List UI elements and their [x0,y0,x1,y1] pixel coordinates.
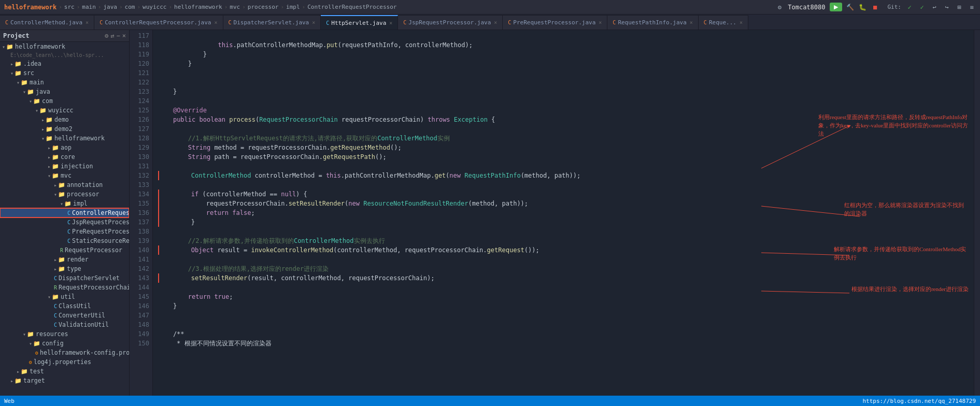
tree-item-dispatcher-servlet[interactable]: C DispatcherServlet [0,273,129,283]
sidebar-sync-icon[interactable]: ⇄ [110,32,114,39]
tab-close-5[interactable]: × [494,20,497,25]
code-line [158,180,969,190]
tree-arrow-render: ▸ [54,257,57,263]
tree-item-static-resource[interactable]: C StaticResourceRequestProcessor [0,236,129,245]
file-icon-jrp: C [67,220,70,225]
tree-item-classutil[interactable]: C ClassUtil [0,301,129,311]
tab-pre-request-processor[interactable]: C PreRequestProcessor.java × [503,15,607,30]
tab-request-path-info[interactable]: C RequestPathInfo.java × [607,15,699,30]
bc-com: com [125,4,135,10]
code-line: //3.根据处理的结果,选择对应的render进行渲染 [158,264,969,273]
tree-item-validationutil[interactable]: C ValidationUtil [0,320,129,329]
folder-icon-util: 📁 [52,294,59,300]
project-sidebar: Project ⚙ ⇄ − × ▾ 📁 helloframework E:\co… [0,30,130,396]
code-line: String method = requestProcessorChain.ge… [158,143,969,152]
tab-controller-request-processor[interactable]: C ControllerRequestProcessor.java × [94,15,223,30]
tab-controller-method[interactable]: C ControllerMethod.java × [0,15,94,30]
tree-item-java[interactable]: ▾ 📁 java [0,87,129,96]
redo-icon[interactable]: ↪ [943,3,951,11]
folder-icon-mvc: 📁 [52,172,59,179]
tree-item-demo[interactable]: ▸ 📁 demo [0,115,129,124]
tree-item-aop[interactable]: ▸ 📁 aop [0,143,129,152]
tree-label-srrp: StaticResourceRequestProcessor [72,237,130,244]
code-content[interactable]: this.pathControllerMethodMap.put(request… [153,30,974,396]
tree-item-wuyiccc[interactable]: ▾ 📁 wuyiccc [0,106,129,115]
tab-close-1[interactable]: × [86,20,89,25]
tree-item-impl[interactable]: ▾ 📁 impl [0,199,129,208]
tree-item-test[interactable]: ▸ 📁 test [0,367,129,376]
code-line: * 根据不同情况设置不同的渲染器 [158,339,969,348]
line-number: 122 [130,78,149,87]
folder-icon-demo: 📁 [46,117,53,123]
git-label: Git: [888,4,902,10]
tab-dispatcher-servlet[interactable]: C DispatcherServlet.java × [223,15,321,30]
tree-item-resources[interactable]: ▾ 📁 resources [0,329,129,339]
git-check2-icon[interactable]: ✓ [918,3,926,11]
line-number: 121 [130,68,149,78]
run-button[interactable]: ▶ [830,3,842,11]
stop-icon[interactable]: ■ [871,3,879,11]
tree-item-helloframework[interactable]: ▾ 📁 helloframework [0,134,129,143]
tree-item-helloframework-root[interactable]: ▾ 📁 helloframework [0,42,129,51]
code-line [158,96,969,106]
tree-item-main[interactable]: ▾ 📁 main [0,78,129,87]
tab-close-6[interactable]: × [599,20,602,25]
tree-label-injection: injection [61,163,93,170]
tree-item-render[interactable]: ▸ 📁 render [0,255,129,264]
tab-jsp-request-processor[interactable]: C JspRequestProcessor.java × [398,15,503,30]
tab-close-8[interactable]: × [740,20,743,25]
tree-item-request-processor[interactable]: R RequestProcessor [0,245,129,255]
tab-close-2[interactable]: × [214,20,217,25]
brand-label: helloframework [4,4,56,11]
tree-item-type[interactable]: ▸ 📁 type [0,264,129,273]
split-icon[interactable]: ⊞ [955,3,963,11]
tree-item-log4j[interactable]: ⚙ log4j.properties [0,357,129,367]
tab-close-4[interactable]: × [389,20,392,26]
tab-reque[interactable]: C Reque... × [699,15,748,30]
tab-label-1: ControllerMethod.java [10,19,82,26]
tree-item-core[interactable]: ▸ 📁 core [0,152,129,162]
line-number: 146 [130,301,149,311]
tree-label-annotation: annotation [67,181,103,189]
tree-item-src[interactable]: ▾ 📁 src [0,68,129,78]
file-icon-srrp: C [67,238,70,244]
tab-close-3[interactable]: × [312,20,315,25]
folder-icon-core: 📁 [52,154,59,161]
undo-icon[interactable]: ↩ [930,3,939,11]
tree-item-controller-request-processor[interactable]: C ControllerRequestProcessor [0,208,129,218]
tree-item-injection[interactable]: ▸ 📁 injection [0,162,129,171]
tree-item-mvc[interactable]: ▾ 📁 mvc [0,171,129,180]
tab-http-servlet[interactable]: C HttpServlet.java × [321,15,398,30]
sidebar-settings-icon[interactable]: ⚙ [105,32,108,39]
tree-item-processor[interactable]: ▾ 📁 processor [0,190,129,199]
tree-item-hf-config-props[interactable]: ⚙ helloframework-config.properties [0,348,129,357]
tree-item-jsp-request-processor[interactable]: C JspRequestProcessor [0,218,129,227]
tree-arrow-resources: ▾ [23,331,26,337]
settings-icon[interactable]: ⚙ [775,3,784,11]
tree-item-annotation[interactable]: ▸ 📁 annotation [0,180,129,190]
build-icon[interactable]: 🔨 [846,3,855,11]
tree-item-converterutil[interactable]: C ConverterUtil [0,311,129,320]
bc-helloframework: helloframework [174,4,222,10]
tree-item-config[interactable]: ▾ 📁 config [0,339,129,348]
status-right: https://blog.csdn.net/qq_27148729 [862,398,976,404]
tree-item-idea[interactable]: ▸ 📁 .idea [0,59,129,68]
tree-item-com[interactable]: ▾ 📁 com [0,96,129,106]
tree-item-request-processor-chain[interactable]: R RequestProcessorChain [0,283,129,292]
code-line: } [158,301,969,311]
tree-item-demo2[interactable]: ▸ 📁 demo2 [0,124,129,134]
sidebar-collapse-icon[interactable]: − [117,32,120,39]
code-line: Object result = invokeControllerMethod(c… [158,245,969,255]
tree-arrow-idea: ▸ [10,61,13,67]
tree-item-pre-request-processor[interactable]: C PreRequestProcessor [0,227,129,236]
debug-icon[interactable]: 🐛 [859,3,867,11]
tab-close-7[interactable]: × [690,20,693,25]
tree-item-target[interactable]: ▸ 📁 target [0,376,129,385]
settings2-icon[interactable]: ≡ [968,3,976,11]
line-number: 127 [130,124,149,134]
tree-label-src: src [23,69,34,77]
tree-item-util[interactable]: ▾ 📁 util [0,292,129,301]
git-check-icon[interactable]: ✓ [905,3,914,11]
sidebar-close-icon[interactable]: × [122,32,126,39]
tree-arrow-util: ▾ [48,294,51,300]
